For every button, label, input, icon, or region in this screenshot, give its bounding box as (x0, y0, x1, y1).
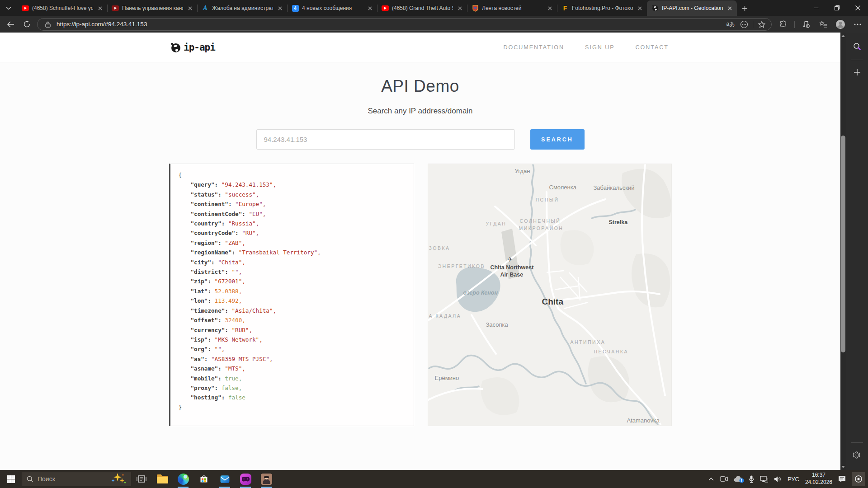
globe-logo-icon (170, 42, 181, 53)
action-center-icon[interactable] (838, 475, 846, 483)
onedrive-icon[interactable] (734, 476, 743, 482)
nav-documentation-link[interactable]: DOCUMENTATION (504, 44, 565, 51)
page-scrollbar[interactable] (840, 33, 846, 470)
media-controls-icon[interactable] (800, 19, 812, 30)
volume-icon[interactable] (774, 476, 782, 483)
tab-forum-complaint[interactable]: A Жалоба на администратора (197, 0, 287, 16)
map-label: ПЕСЧАНКА (594, 349, 629, 354)
json-line: "countryCode": "RU", (179, 228, 406, 238)
forum-a-icon: A (202, 5, 209, 12)
search-icon (27, 476, 33, 483)
scroll-up-icon[interactable] (840, 33, 846, 39)
tray-clock[interactable]: 16:37 24.02.2026 (805, 472, 832, 486)
tab-youtube-video[interactable]: (4658) Schnuffel-I love you s (17, 0, 107, 16)
page-viewport: ip-api DOCUMENTATION SIGN UP CONTACT API… (0, 33, 840, 470)
scroll-down-icon[interactable] (840, 464, 846, 470)
page-title: API Demo (0, 77, 840, 96)
tab-close-icon[interactable] (186, 5, 193, 12)
taskbar-search-box[interactable]: Поиск (22, 472, 131, 486)
tab-close-icon[interactable] (546, 5, 553, 12)
ip-api-logo[interactable]: ip-api (170, 42, 215, 53)
tab-search-chevron-icon[interactable] (0, 0, 17, 16)
gamepad-icon (240, 474, 251, 485)
map-label: АНТИПИХА (571, 339, 606, 345)
extensions-icon[interactable] (777, 19, 789, 30)
meet-now-icon[interactable] (720, 476, 728, 482)
window-restore-button[interactable] (826, 0, 847, 16)
message-badge-icon: 4 (292, 5, 299, 12)
url-text: https://ip-api.com/#94.243.41.153 (57, 21, 722, 28)
airport-icon: ✈ (508, 256, 513, 263)
tab-close-icon[interactable] (456, 5, 463, 12)
youtube-icon (22, 5, 29, 12)
json-line: "regionName": "Transbaikal Territory", (179, 248, 406, 257)
map-label: СОЛНЕЧНЫЙ (520, 218, 561, 224)
json-line: "as": "AS8359 MTS PJSC", (179, 354, 406, 364)
tray-target-icon[interactable] (852, 472, 865, 486)
search-highlights-icon (111, 473, 126, 486)
edge-icon (178, 474, 189, 485)
nav-contact-link[interactable]: CONTACT (636, 44, 669, 51)
tab-close-icon[interactable] (366, 5, 373, 12)
search-button[interactable]: SEARCH (530, 129, 585, 150)
sidebar-settings-gear-icon[interactable] (849, 447, 865, 463)
edge-browser-button[interactable] (173, 470, 193, 488)
json-line: "asname": "MTS", (179, 364, 406, 373)
tab-channel-dashboard[interactable]: Панель управления канало (107, 0, 197, 16)
start-button[interactable] (0, 470, 22, 488)
tab-fotohosting[interactable]: F Fotohosting.Pro - Фотохости (557, 0, 647, 16)
person-photo-icon (261, 474, 272, 485)
microphone-icon[interactable] (749, 475, 754, 483)
new-tab-button[interactable] (737, 0, 752, 16)
map-label: Atamanovka (627, 417, 660, 424)
tab-close-icon[interactable] (276, 5, 283, 12)
window-close-button[interactable] (847, 0, 868, 16)
map-label: Chita (542, 297, 564, 307)
refresh-icon[interactable] (21, 19, 33, 30)
tab-ip-api-active[interactable]: IP-API.com - Geolocation AP (647, 0, 737, 16)
sidebar-search-icon[interactable] (849, 39, 865, 54)
globe-icon (651, 5, 659, 12)
pinned-profile-app-button[interactable] (256, 470, 277, 488)
youtube-studio-icon (112, 5, 119, 12)
map-label: ЭНЕРГЕТИКОВ (438, 263, 485, 269)
window-minimize-button[interactable] (806, 0, 826, 16)
tab-close-icon[interactable] (726, 5, 733, 12)
json-line: "offset": 32400, (179, 315, 406, 325)
tab-gta-video[interactable]: (4658) Grand Theft Auto San (377, 0, 467, 16)
tab-new-messages[interactable]: 4 4 новых сообщения (287, 0, 377, 16)
back-icon[interactable] (5, 19, 16, 30)
game-app-button[interactable] (235, 470, 256, 488)
more-actions-circle-icon[interactable] (739, 19, 749, 29)
store-bag-icon (198, 474, 209, 484)
nav-signup-link[interactable]: SIGN UP (585, 44, 614, 51)
scrollbar-thumb[interactable] (841, 136, 845, 352)
map-label: Ерёмино (435, 375, 459, 381)
tray-chevron-up-icon[interactable] (708, 477, 714, 481)
mail-icon (219, 474, 231, 485)
geolocation-map[interactable]: Угдан Смоленка Забайкальский ЯСНЫЙ УГДАН… (428, 164, 672, 426)
map-label: Смоленка (549, 184, 576, 191)
page-subtitle: Search any IP address/domain (0, 107, 840, 116)
file-explorer-button[interactable] (152, 470, 173, 488)
profile-avatar-icon[interactable] (835, 19, 846, 30)
settings-menu-icon[interactable] (852, 19, 863, 30)
sidebar-add-icon[interactable] (849, 65, 865, 80)
mail-app-button[interactable] (214, 470, 235, 488)
language-indicator[interactable]: РУС (788, 476, 799, 483)
api-response-panel: { "query": "94.243.41.153", "status": "s… (169, 164, 414, 426)
task-view-button[interactable] (131, 470, 152, 488)
tab-close-icon[interactable] (636, 5, 643, 12)
favorite-star-icon[interactable] (757, 19, 767, 29)
map-label: Air Base (500, 272, 524, 278)
collections-icon[interactable] (817, 19, 829, 30)
microsoft-store-button[interactable] (193, 470, 214, 488)
json-line: "lon": 113.492, (179, 296, 406, 305)
tab-close-icon[interactable] (96, 5, 104, 12)
ip-search-input[interactable] (256, 129, 515, 150)
lock-icon (43, 19, 53, 29)
network-icon[interactable] (760, 476, 768, 483)
tab-news-feed[interactable]: Лента новостей (467, 0, 557, 16)
address-bar[interactable]: https://ip-api.com/#94.243.41.153 aあ (37, 18, 772, 31)
translate-icon[interactable]: aあ (726, 19, 736, 29)
